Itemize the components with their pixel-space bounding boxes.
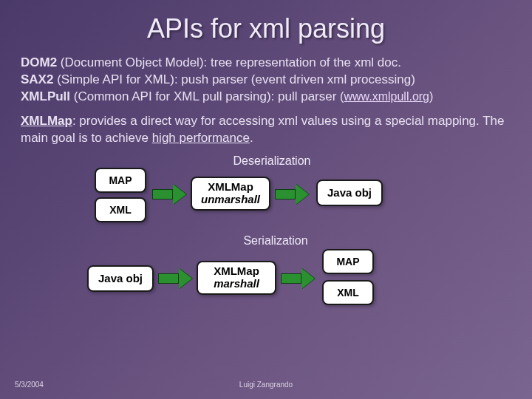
unmarshall-label: unmarshall xyxy=(201,194,260,206)
slide-title: APIs for xml parsing xyxy=(21,13,511,44)
map-label: MAP xyxy=(109,174,132,186)
api-dom2-desc: : tree representation of the xml doc. xyxy=(204,55,401,69)
api-sax2-full: (Simple API for XML) xyxy=(57,72,174,86)
xmlmap-name: XMLMap xyxy=(21,114,72,128)
xmlmap-proc-label-2: XMLMap xyxy=(214,265,259,278)
marshall-label: marshall xyxy=(214,278,259,290)
map-label-2: MAP xyxy=(336,256,359,267)
xmlpull-link[interactable]: www.xmlpull.org xyxy=(344,90,429,103)
java-obj-box-2: Java obj xyxy=(87,265,154,292)
xmlmap-marshall-box: XMLMap marshall xyxy=(197,261,276,295)
arrow-icon xyxy=(158,268,192,289)
api-dom2-line: DOM2 (Document Object Model): tree repre… xyxy=(21,55,511,106)
diagram: Deserialization MAP XML XMLMap unmarshal… xyxy=(95,154,511,339)
java-obj-label-2: Java obj xyxy=(98,272,143,284)
xml-label-2: XML xyxy=(337,287,359,299)
map-box-2: MAP xyxy=(322,249,374,274)
xmlmap-paragraph: XMLMap: provides a direct way for access… xyxy=(21,113,511,147)
api-dom2-name: DOM2 xyxy=(21,55,57,69)
xmlmap-text1: : provides a direct way for accessing xm… xyxy=(21,114,504,145)
deserialization-label: Deserialization xyxy=(228,154,316,168)
api-sax2-name: SAX2 xyxy=(21,72,53,86)
api-xmlpull-desc: : pull parser xyxy=(271,89,341,103)
xmlmap-proc-label: XMLMap xyxy=(208,181,253,194)
xmlmap-unmarshall-box: XMLMap unmarshall xyxy=(191,177,270,211)
footer-author: Luigi Zangrando xyxy=(239,381,293,389)
xml-box-2: XML xyxy=(322,280,374,305)
arrow-icon xyxy=(152,184,186,205)
footer-date: 5/3/2004 xyxy=(15,381,44,389)
xml-label: XML xyxy=(109,204,132,216)
xml-box-1: XML xyxy=(95,197,146,222)
xmlmap-text2: . xyxy=(250,131,253,145)
link-close-paren: ) xyxy=(429,90,433,103)
serialization-label: Serialization xyxy=(235,234,316,248)
java-obj-label: Java obj xyxy=(327,186,372,199)
xmlmap-emph: high performance xyxy=(152,131,250,145)
map-box-1: MAP xyxy=(95,168,146,193)
api-dom2-full: (Document Object Model) xyxy=(61,55,204,69)
arrow-icon xyxy=(275,184,309,205)
api-sax2-desc: : push parser (event driven xml processi… xyxy=(174,72,415,86)
java-obj-box-1: Java obj xyxy=(316,180,383,206)
arrow-icon xyxy=(281,268,315,289)
api-xmlpull-full: (Common API for XML pull parsing) xyxy=(74,89,271,103)
api-xmlpull-name: XMLPull xyxy=(21,89,70,103)
